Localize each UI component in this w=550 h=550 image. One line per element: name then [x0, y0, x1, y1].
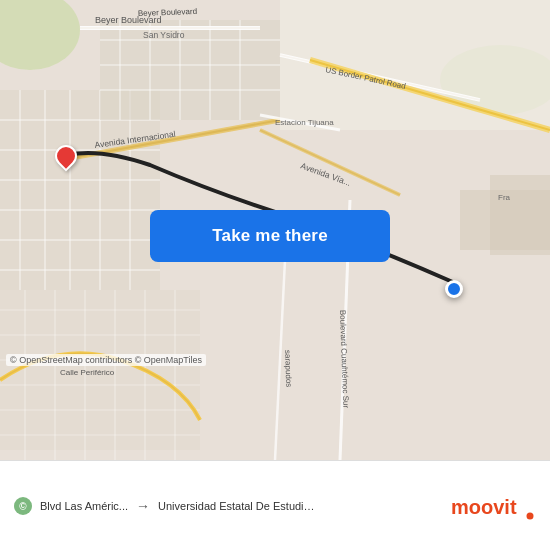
svg-text:Calle Periférico: Calle Periférico: [60, 368, 115, 377]
route-to: Universidad Estatal De Estudios ...: [158, 500, 318, 512]
route-arrow-icon: →: [136, 498, 150, 514]
origin-dot: [445, 280, 463, 298]
route-from: Blvd Las Améric...: [40, 500, 128, 512]
svg-text:Fra: Fra: [498, 193, 511, 202]
osm-icon: ©: [14, 497, 32, 515]
bottom-bar: © Blvd Las Améric... → Universidad Estat…: [0, 460, 550, 550]
svg-rect-50: [490, 175, 550, 255]
svg-point-67: [527, 512, 534, 519]
route-info: © Blvd Las Améric... → Universidad Estat…: [14, 497, 441, 515]
app: Beyer Boulevard Beyer Boulevard San Ysid…: [0, 0, 550, 550]
svg-text:Estacion Tijuana: Estacion Tijuana: [275, 118, 334, 127]
svg-text:San Ysidro: San Ysidro: [143, 30, 185, 40]
svg-rect-29: [100, 20, 280, 120]
map-attribution: © OpenStreetMap contributors © OpenMapTi…: [6, 354, 206, 366]
svg-text:moovit: moovit: [451, 496, 517, 518]
svg-text:sarapudos: sarapudos: [283, 350, 293, 388]
moovit-logo-svg: moovit: [451, 492, 536, 520]
take-me-there-button[interactable]: Take me there: [150, 210, 390, 262]
moovit-logo: moovit: [451, 492, 536, 520]
destination-pin: [55, 145, 77, 167]
map-container: Beyer Boulevard Beyer Boulevard San Ysid…: [0, 0, 550, 460]
svg-text:©: ©: [19, 501, 27, 512]
